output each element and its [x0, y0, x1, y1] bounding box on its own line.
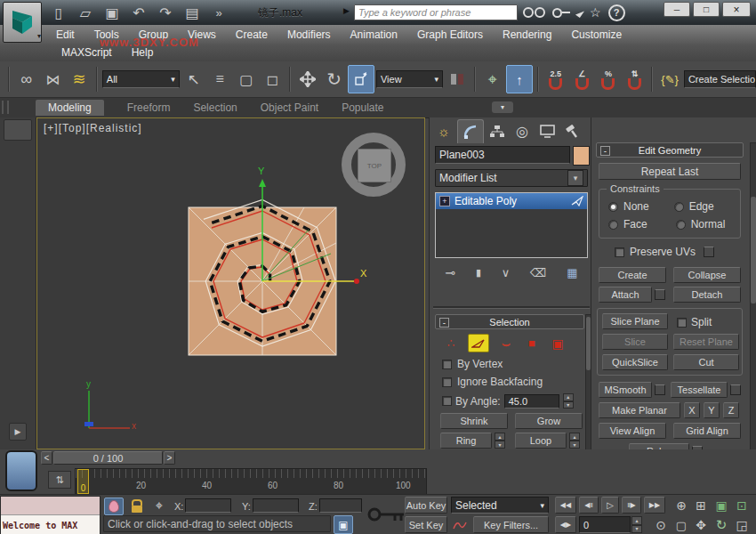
- menu-edit[interactable]: Edit: [46, 25, 84, 44]
- create-button[interactable]: Create: [599, 267, 666, 283]
- loop-button[interactable]: Loop: [515, 433, 567, 449]
- play-button[interactable]: ▷: [601, 497, 619, 514]
- open-file-icon[interactable]: ▱: [73, 0, 98, 26]
- title-next-icon[interactable]: ▶: [343, 6, 350, 15]
- zoom-icon[interactable]: ⊕: [672, 498, 690, 514]
- orbit-icon[interactable]: ↻: [712, 517, 730, 533]
- select-and-scale-icon[interactable]: [348, 65, 374, 93]
- key-filters-button[interactable]: Key Filters...: [473, 516, 549, 533]
- tessellate-button[interactable]: Tessellate: [671, 382, 728, 398]
- time-configuration-icon[interactable]: ⊙: [652, 517, 670, 533]
- ring-spinner[interactable]: ▴ ▾: [495, 433, 505, 449]
- snap-toggle-25-icon[interactable]: 2.5: [543, 66, 568, 93]
- ribbon-tab-object-paint[interactable]: Object Paint: [261, 101, 318, 114]
- select-object-icon[interactable]: ↖: [181, 66, 206, 93]
- selection-region-icon[interactable]: ▢: [234, 66, 259, 93]
- menu-modifiers[interactable]: Modifiers: [277, 25, 341, 44]
- selection-set-dropdown[interactable]: Selected ▾: [451, 497, 549, 514]
- named-selection-set-field[interactable]: Create Selection: [684, 70, 756, 88]
- by-angle-control[interactable]: By Angle: 45.0 ▴ ▾: [442, 393, 574, 409]
- close-button[interactable]: ×: [722, 2, 751, 17]
- next-frame-button[interactable]: ‖▶: [622, 497, 641, 514]
- redo-icon[interactable]: ↷: [153, 0, 178, 26]
- current-frame-field[interactable]: 0: [579, 516, 631, 533]
- modifier-list-dropdown[interactable]: Modifier List ▾: [435, 169, 588, 187]
- coord-z-input[interactable]: [319, 498, 362, 513]
- checkbox[interactable]: [442, 377, 452, 387]
- constraint-normal-radio[interactable]: [676, 220, 686, 230]
- spinner-snap-icon[interactable]: ⇅: [623, 66, 647, 93]
- time-marker[interactable]: 0: [77, 469, 89, 494]
- ignore-backfacing-checkbox[interactable]: Ignore Backfacing: [442, 376, 543, 388]
- selection-rollout-header[interactable]: - Selection: [435, 314, 584, 329]
- select-and-rotate-icon[interactable]: ↻: [322, 66, 347, 93]
- slice-button[interactable]: Slice: [602, 334, 668, 350]
- default-tangent-icon[interactable]: [451, 516, 469, 533]
- tab-create-icon[interactable]: ☼: [432, 121, 455, 142]
- binoculars-icon[interactable]: [523, 7, 545, 18]
- planar-x-button[interactable]: X: [684, 402, 700, 418]
- coord-y-input[interactable]: [253, 498, 299, 513]
- minimize-button[interactable]: ─: [664, 2, 690, 17]
- listener-output-row[interactable]: Welcome to MAX: [1, 515, 100, 534]
- menu-create[interactable]: Create: [226, 25, 277, 44]
- split-control[interactable]: Split: [677, 316, 712, 328]
- ribbon-config-icon[interactable]: ▾: [492, 101, 513, 113]
- key-mode-toggle-button[interactable]: ◀▶: [555, 516, 576, 533]
- reference-coordinate-dropdown[interactable]: View ▾: [376, 70, 443, 88]
- selection-filter-dropdown[interactable]: All ▾: [102, 70, 180, 88]
- msmooth-button[interactable]: MSmooth: [599, 382, 652, 398]
- planar-y-button[interactable]: Y: [704, 402, 720, 418]
- make-unique-icon[interactable]: ∨: [502, 266, 511, 279]
- vertex-mode-icon[interactable]: ∴: [442, 336, 460, 352]
- by-angle-spinner[interactable]: ▴ ▾: [563, 393, 574, 409]
- show-end-result-icon[interactable]: ▮: [476, 267, 481, 279]
- attach-settings-icon[interactable]: [655, 289, 665, 300]
- menu-graph-editors[interactable]: Graph Editors: [407, 25, 493, 44]
- angle-snap-icon[interactable]: ∠: [569, 66, 594, 93]
- shrink-button[interactable]: Shrink: [440, 413, 508, 429]
- go-to-end-button[interactable]: ▶▶: [644, 497, 665, 514]
- checkbox[interactable]: [442, 396, 452, 406]
- zoom-all-icon[interactable]: ⊞: [692, 498, 710, 514]
- ribbon-tab-freeform[interactable]: Freeform: [127, 101, 171, 114]
- preserve-uvs-control[interactable]: Preserve UVs: [615, 246, 714, 258]
- pin-stack-icon[interactable]: ⊸: [445, 265, 455, 279]
- menu-animation[interactable]: Animation: [341, 25, 407, 44]
- tab-hierarchy-icon[interactable]: [486, 121, 509, 142]
- menu-rendering[interactable]: Rendering: [493, 25, 561, 44]
- spin-up-icon[interactable]: ▴: [631, 516, 642, 525]
- favorites-star-icon[interactable]: ☆: [590, 5, 601, 20]
- ribbon-tab-populate[interactable]: Populate: [342, 101, 383, 114]
- zoom-extents-icon[interactable]: ▣: [712, 498, 730, 514]
- edit-geometry-scrollbar[interactable]: [750, 142, 756, 496]
- maximize-button[interactable]: □: [693, 2, 720, 17]
- modifier-stack[interactable]: + Editable Poly: [435, 192, 588, 258]
- stack-expand-icon[interactable]: +: [439, 196, 450, 206]
- project-toolbar-icon[interactable]: ▤: [180, 0, 205, 26]
- bind-to-spacewarp-icon[interactable]: ≋: [67, 66, 92, 93]
- collapse-button[interactable]: Collapse: [673, 267, 741, 283]
- infocenter-search-input[interactable]: Type a keyword or phrase: [354, 4, 518, 20]
- spin-down-icon[interactable]: ▾: [495, 441, 505, 449]
- tab-utilities-icon[interactable]: [560, 121, 583, 142]
- new-file-icon[interactable]: ▯: [46, 0, 71, 26]
- spin-down-icon[interactable]: ▾: [631, 525, 642, 534]
- spin-up-icon[interactable]: ▴: [569, 433, 580, 441]
- tab-motion-icon[interactable]: ◎: [511, 121, 534, 142]
- time-slider[interactable]: 0 / 100: [53, 451, 163, 465]
- slice-plane-button[interactable]: Slice Plane: [602, 313, 668, 329]
- planar-z-button[interactable]: Z: [723, 402, 739, 418]
- make-planar-button[interactable]: Make Planar: [599, 402, 680, 418]
- frame-spinner[interactable]: ▴ ▾: [631, 516, 642, 533]
- satellite-icon[interactable]: [577, 9, 583, 17]
- view-align-button[interactable]: View Align: [599, 423, 666, 439]
- menu-customize[interactable]: Customize: [561, 25, 631, 44]
- constraint-edge-radio[interactable]: [674, 202, 684, 212]
- constraint-face-radio[interactable]: [608, 220, 618, 230]
- select-by-name-icon[interactable]: ≡: [207, 66, 232, 93]
- edit-named-sets-icon[interactable]: {✎}: [657, 66, 682, 93]
- remove-modifier-icon[interactable]: ⌫: [530, 266, 546, 279]
- border-mode-icon[interactable]: ⌣: [497, 336, 515, 352]
- checkbox[interactable]: [677, 318, 687, 328]
